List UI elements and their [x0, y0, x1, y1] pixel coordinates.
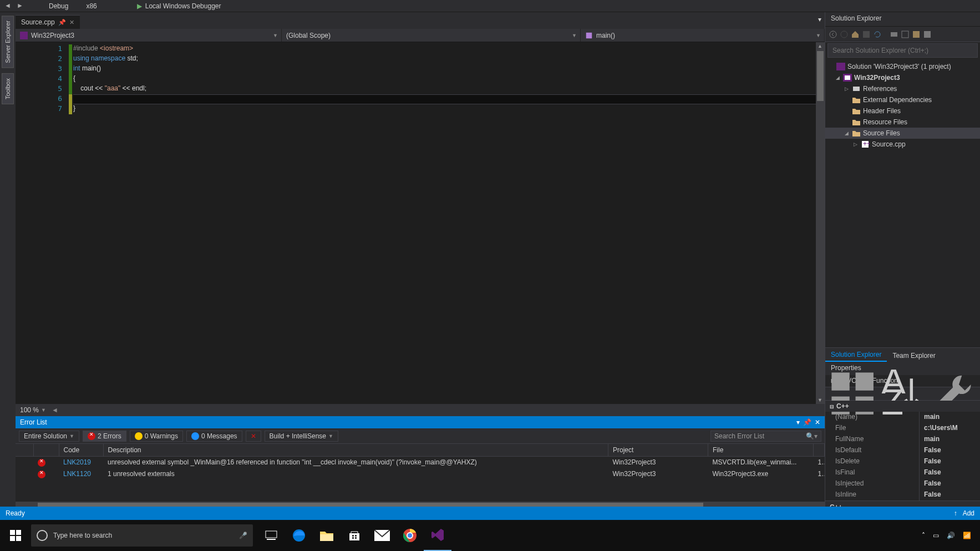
code-surface[interactable]: #include <iostream>using namespace std;i…: [73, 42, 816, 404]
task-view-icon[interactable]: [257, 520, 285, 551]
property-row[interactable]: (Name)main: [825, 412, 980, 423]
nav-back-icon[interactable]: ◄: [4, 2, 13, 11]
project-node[interactable]: ◢ Win32Project3: [825, 72, 980, 83]
property-row[interactable]: IsFinalFalse: [825, 467, 980, 478]
chevron-down-icon[interactable]: ◢: [843, 130, 850, 136]
toolbox-tab[interactable]: Toolbox: [2, 73, 14, 104]
back-icon[interactable]: [829, 30, 837, 39]
sync-icon[interactable]: [862, 30, 871, 39]
scrollbar-thumb[interactable]: [817, 51, 824, 101]
add-source-control[interactable]: Add: [963, 509, 974, 517]
property-row[interactable]: FullNamemain: [825, 434, 980, 445]
code-editor[interactable]: 1234567 #include <iostream>using namespa…: [16, 42, 825, 404]
properties-icon[interactable]: [912, 30, 921, 39]
property-row[interactable]: Filec:\Users\M: [825, 423, 980, 434]
home-icon[interactable]: [851, 30, 860, 39]
svg-rect-30: [355, 535, 357, 537]
show-all-icon[interactable]: [901, 30, 910, 39]
tab-solution-explorer[interactable]: Solution Explorer: [825, 348, 887, 362]
hscroll-left-icon[interactable]: ◄: [52, 406, 58, 414]
project-combo[interactable]: Win32Project3 ▼: [16, 29, 282, 42]
preview-icon[interactable]: [923, 30, 932, 39]
solution-search[interactable]: [827, 43, 978, 58]
chevron-right-icon[interactable]: ▷: [843, 86, 850, 92]
visual-studio-icon[interactable]: [424, 520, 451, 551]
chevron-down-icon[interactable]: ◢: [834, 75, 841, 80]
chevron-right-icon[interactable]: ▷: [852, 141, 859, 147]
fwd-icon[interactable]: [840, 30, 849, 39]
header-files-node[interactable]: Header Files: [825, 105, 980, 117]
scroll-up-icon[interactable]: ▲: [817, 43, 822, 49]
mail-icon[interactable]: [368, 520, 396, 551]
function-combo[interactable]: main() ▼: [581, 29, 825, 42]
error-row[interactable]: LNK11201 unresolved externalsWin32Projec…: [16, 468, 825, 480]
tray-overflow-icon[interactable]: ˄: [922, 532, 925, 539]
property-row[interactable]: IsInlineFalse: [825, 489, 980, 501]
property-row[interactable]: IsDefaultFalse: [825, 445, 980, 456]
solution-search-input[interactable]: [828, 44, 977, 57]
error-row[interactable]: LNK2019unresolved external symbol _WinMa…: [16, 457, 825, 468]
property-row[interactable]: IsDeleteFalse: [825, 456, 980, 467]
error-search-input[interactable]: Search Error List 🔍▾: [710, 431, 821, 442]
debug-config-combo[interactable]: Debug: [49, 2, 68, 10]
source-files-node[interactable]: ◢ Source Files: [825, 128, 980, 139]
server-explorer-tab[interactable]: Server Explorer: [2, 16, 14, 68]
pin-icon[interactable]: 📌: [803, 418, 811, 426]
build-mode-combo[interactable]: Build + IntelliSense ▼: [265, 431, 338, 442]
wifi-icon[interactable]: 📶: [963, 532, 971, 539]
code-line[interactable]: }: [73, 104, 816, 114]
taskbar-search[interactable]: Type here to search 🎤: [31, 524, 253, 547]
col-desc[interactable]: Description: [103, 444, 608, 457]
volume-icon[interactable]: 🔊: [947, 532, 955, 539]
nav-fwd-icon[interactable]: ►: [17, 2, 26, 11]
code-line[interactable]: {: [73, 74, 816, 84]
col-project[interactable]: Project: [608, 444, 708, 457]
col-file[interactable]: File: [708, 444, 814, 457]
references-node[interactable]: ▷ References: [825, 83, 980, 94]
property-row[interactable]: IsInjectedFalse: [825, 478, 980, 489]
mic-icon[interactable]: 🎤: [239, 532, 247, 539]
clear-filter-button[interactable]: ✕: [246, 431, 261, 442]
battery-icon[interactable]: ▭: [933, 532, 939, 539]
tab-team-explorer[interactable]: Team Explorer: [887, 350, 941, 362]
solution-node[interactable]: Solution 'Win32Project3' (1 project): [825, 61, 980, 72]
scope-combo[interactable]: (Global Scope) ▼: [282, 29, 581, 42]
messages-filter-chip[interactable]: 0 Messages: [186, 431, 242, 442]
error-list-header[interactable]: Error List ▾ 📌 ✕: [16, 416, 825, 428]
vertical-scrollbar[interactable]: ▲ ▼: [816, 42, 825, 404]
close-icon[interactable]: ✕: [815, 418, 820, 426]
window-dropdown-icon[interactable]: ▾: [796, 418, 800, 426]
play-icon[interactable]: ▶: [137, 2, 142, 10]
zoom-combo[interactable]: 100 %: [20, 406, 39, 414]
pin-icon[interactable]: 📌: [58, 19, 66, 26]
warnings-filter-chip[interactable]: 0 Warnings: [130, 431, 183, 442]
publish-icon[interactable]: ↑: [954, 509, 957, 517]
external-deps-node[interactable]: External Dependencies: [825, 94, 980, 105]
chrome-icon[interactable]: [396, 520, 424, 551]
col-code[interactable]: Code: [59, 444, 103, 457]
file-tab-source-cpp[interactable]: Source.cpp 📌 ✕: [16, 15, 80, 29]
start-button[interactable]: [0, 520, 31, 551]
close-icon[interactable]: ✕: [69, 19, 74, 26]
properties-category[interactable]: ⊟C++: [825, 401, 980, 412]
debugger-button[interactable]: Local Windows Debugger: [145, 2, 221, 10]
refresh-icon[interactable]: [873, 30, 882, 39]
platform-combo[interactable]: x86: [86, 2, 97, 10]
project-icon: [843, 74, 852, 82]
code-line[interactable]: using namespace std;: [73, 54, 816, 64]
code-line[interactable]: cout << "aaa" << endl;: [73, 84, 816, 94]
collapse-icon[interactable]: [890, 30, 898, 39]
scope-combo[interactable]: Entire Solution ▼: [19, 431, 79, 442]
code-line[interactable]: int main(): [73, 64, 816, 74]
chevron-down-icon[interactable]: ▼: [41, 407, 46, 413]
tab-overflow-icon[interactable]: ▾: [818, 16, 821, 23]
scroll-down-icon[interactable]: ▼: [817, 397, 822, 403]
errors-filter-chip[interactable]: 2 Errors: [83, 431, 126, 442]
system-tray: ˄ ▭ 🔊 📶: [922, 532, 980, 539]
edge-icon[interactable]: [285, 520, 313, 551]
source-cpp-node[interactable]: ▷ ++ Source.cpp: [825, 139, 980, 150]
resource-files-node[interactable]: Resource Files: [825, 117, 980, 128]
file-explorer-icon[interactable]: [313, 520, 341, 551]
code-line[interactable]: #include <iostream>: [73, 44, 816, 54]
store-icon[interactable]: [341, 520, 368, 551]
